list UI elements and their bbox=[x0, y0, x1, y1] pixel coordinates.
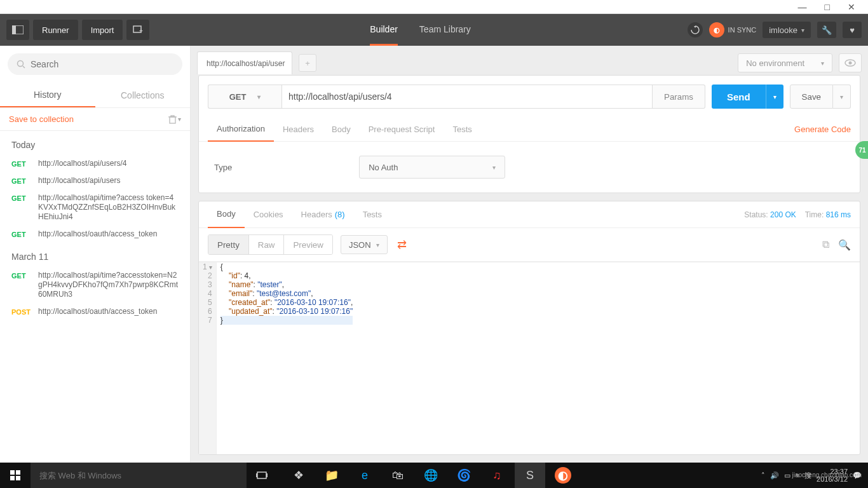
history-url: http://localhost/api/users/4 bbox=[38, 159, 179, 168]
builder-tab[interactable]: Builder bbox=[370, 14, 398, 46]
start-button[interactable] bbox=[0, 463, 31, 488]
taskbar-app[interactable]: 🛍 bbox=[383, 463, 413, 488]
search-box[interactable] bbox=[8, 53, 182, 75]
task-view-icon bbox=[256, 471, 268, 480]
history-list[interactable]: Today GEThttp://localhost/api/users/4 GE… bbox=[0, 131, 190, 463]
taskbar-app[interactable]: ♫ bbox=[482, 463, 512, 488]
windows-icon bbox=[10, 470, 20, 480]
request-tab[interactable]: http://localhost/api/user bbox=[197, 51, 292, 74]
task-view-button[interactable] bbox=[247, 463, 277, 488]
taskbar-app[interactable]: 📁 bbox=[316, 463, 347, 488]
view-mode-segment: Pretty Raw Preview bbox=[208, 234, 333, 255]
user-menu[interactable]: imlooke ▾ bbox=[763, 22, 811, 38]
history-item[interactable]: GEThttp://localhost/oauth/access_token bbox=[0, 226, 190, 243]
auth-type-select[interactable]: No Auth ▾ bbox=[359, 156, 505, 179]
trash-icon bbox=[168, 115, 177, 124]
app-topbar: Runner Import + Builder Team Library ◐ I… bbox=[0, 14, 868, 46]
save-dropdown[interactable]: ▾ bbox=[833, 85, 851, 109]
send-dropdown[interactable]: ▾ bbox=[766, 85, 783, 109]
delete-history-button[interactable]: ▾ bbox=[168, 115, 181, 124]
history-item[interactable]: GEThttp://localhost/api/users/4 bbox=[0, 155, 190, 172]
taskbar-app[interactable]: ❖ bbox=[283, 463, 314, 488]
user-name: imlooke bbox=[769, 25, 797, 35]
preview-button[interactable]: Preview bbox=[284, 235, 332, 254]
req-tests-tab[interactable]: Tests bbox=[444, 118, 480, 142]
response-headers-tab[interactable]: Headers(8) bbox=[292, 201, 354, 228]
taskbar-app[interactable]: ◐ bbox=[548, 463, 578, 488]
history-item[interactable]: GEThttp://localhost/api/users bbox=[0, 172, 190, 189]
history-item[interactable]: GEThttp://localhost/api/time?access toke… bbox=[0, 189, 190, 226]
team-library-tab[interactable]: Team Library bbox=[419, 14, 471, 46]
taskbar-app[interactable]: 🌀 bbox=[449, 463, 479, 488]
svg-rect-1 bbox=[12, 25, 16, 34]
import-button[interactable]: Import bbox=[82, 20, 123, 40]
tray-battery-icon[interactable]: ▭ bbox=[784, 471, 790, 480]
collections-tab[interactable]: Collections bbox=[95, 83, 191, 107]
response-body-tab[interactable]: Body bbox=[208, 201, 245, 228]
auth-type-label: Type bbox=[214, 163, 232, 172]
response-tests-tab[interactable]: Tests bbox=[354, 201, 391, 228]
req-body-tab[interactable]: Body bbox=[323, 118, 360, 142]
cortana-search[interactable] bbox=[31, 463, 247, 488]
status-label: Status: bbox=[744, 210, 768, 219]
settings-button[interactable]: 🔧 bbox=[817, 22, 836, 38]
runner-button[interactable]: Runner bbox=[33, 20, 78, 40]
history-item[interactable]: POSThttp://localhost/oauth/access_token bbox=[0, 303, 190, 320]
sidebar: History Collections Save to collection ▾… bbox=[0, 46, 191, 463]
history-tab[interactable]: History bbox=[0, 83, 95, 107]
generate-code-button[interactable]: Generate Code bbox=[794, 125, 851, 134]
taskbar-app[interactable]: S bbox=[515, 463, 545, 488]
wrap-lines-button[interactable]: ⇄ bbox=[391, 235, 413, 254]
close-button[interactable]: ✕ bbox=[848, 2, 855, 12]
format-dropdown[interactable]: JSON ▾ bbox=[341, 235, 388, 254]
view-environment-button[interactable] bbox=[839, 53, 862, 72]
raw-button[interactable]: Raw bbox=[249, 235, 285, 254]
copy-button[interactable]: ⧉ bbox=[822, 239, 829, 251]
svg-rect-18 bbox=[266, 473, 268, 477]
svg-rect-7 bbox=[170, 117, 175, 123]
params-button[interactable]: Params bbox=[653, 85, 705, 109]
chevron-down-icon: ▾ bbox=[178, 116, 181, 123]
req-headers-tab[interactable]: Headers bbox=[274, 118, 323, 142]
tray-chevron-icon[interactable]: ˄ bbox=[761, 471, 765, 480]
url-input[interactable] bbox=[281, 85, 653, 109]
time-value: 816 ms bbox=[826, 210, 851, 219]
maximize-button[interactable]: □ bbox=[825, 2, 830, 12]
svg-point-11 bbox=[849, 62, 852, 65]
svg-point-5 bbox=[18, 61, 24, 67]
taskbar-app[interactable]: e bbox=[349, 463, 380, 488]
search-response-button[interactable]: 🔍 bbox=[838, 239, 851, 251]
environment-label: No environment bbox=[746, 58, 804, 68]
search-input[interactable] bbox=[31, 59, 173, 69]
authorization-tab[interactable]: Authorization bbox=[208, 118, 274, 142]
environment-dropdown[interactable]: No environment ▾ bbox=[738, 53, 832, 72]
response-cookies-tab[interactable]: Cookies bbox=[245, 201, 292, 228]
prereq-script-tab[interactable]: Pre-request Script bbox=[360, 118, 444, 142]
save-button[interactable]: Save bbox=[790, 85, 833, 109]
taskbar-app[interactable]: 🌐 bbox=[416, 463, 446, 488]
chevron-down-icon: ▾ bbox=[821, 60, 824, 67]
response-editor[interactable]: 1234567 { "id": 4, "name": "tester", "em… bbox=[199, 262, 860, 454]
minimize-button[interactable]: — bbox=[798, 2, 807, 12]
notification-badge[interactable]: 71 bbox=[855, 141, 868, 159]
add-tab-button[interactable]: + bbox=[299, 54, 316, 72]
send-button[interactable]: Send bbox=[712, 85, 766, 109]
wrench-icon: 🔧 bbox=[822, 25, 832, 35]
history-item[interactable]: GEThttp://localhost/api/time?accesstoken… bbox=[0, 267, 190, 303]
heart-icon: ♥ bbox=[850, 25, 855, 35]
method-dropdown[interactable]: GET ▾ bbox=[208, 85, 281, 109]
status-value: 200 OK bbox=[770, 210, 796, 219]
chevron-down-icon: ▾ bbox=[773, 93, 776, 100]
pretty-button[interactable]: Pretty bbox=[208, 235, 249, 254]
format-label: JSON bbox=[349, 240, 371, 250]
favorites-button[interactable]: ♥ bbox=[843, 22, 862, 38]
method-badge: POST bbox=[11, 307, 32, 316]
history-group-label: Today bbox=[0, 131, 190, 155]
sync-status-icon[interactable] bbox=[688, 22, 703, 37]
tray-volume-icon[interactable]: 🔊 bbox=[770, 471, 779, 480]
method-badge: GET bbox=[11, 229, 32, 238]
toggle-sidebar-button[interactable] bbox=[6, 20, 29, 40]
new-window-button[interactable]: + bbox=[126, 20, 149, 40]
history-url: http://localhost/api/time?access token=4… bbox=[38, 193, 179, 222]
save-to-collection-button[interactable]: Save to collection bbox=[9, 114, 74, 124]
